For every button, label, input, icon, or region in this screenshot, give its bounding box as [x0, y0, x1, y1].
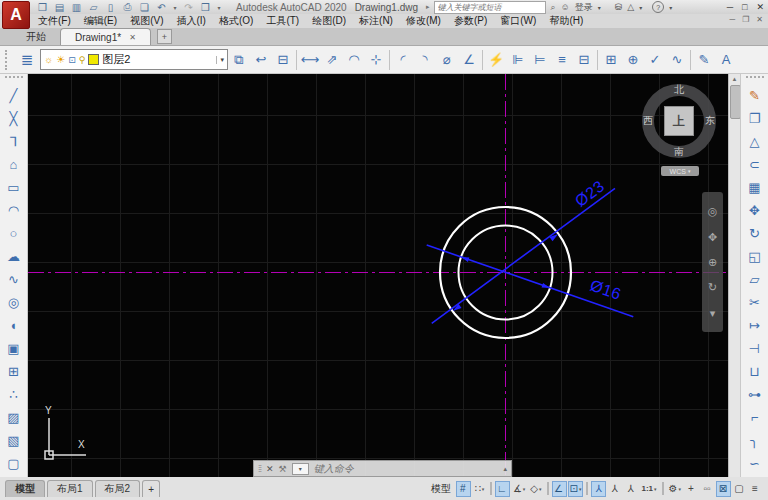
redo-icon[interactable]: ↷: [182, 1, 195, 13]
doc-close-button[interactable]: ✕: [756, 15, 763, 24]
login-caret-icon[interactable]: ▾: [598, 4, 601, 11]
vertical-scrollbar[interactable]: ▲: [728, 74, 740, 477]
workspace-gear-button[interactable]: ⚙▾: [667, 481, 683, 497]
dim-center-mark-button[interactable]: ⊕: [622, 48, 644, 72]
maximize-button[interactable]: □: [742, 2, 747, 12]
layer-dropdown[interactable]: ☼ ☀ ⊡ ⚲ 图层2 ▾: [40, 49, 228, 70]
menu-file[interactable]: 文件(F): [38, 14, 71, 28]
menu-parametric[interactable]: 参数(P): [454, 14, 487, 28]
menu-edit[interactable]: 编辑(E): [84, 14, 117, 28]
dim-angular-button[interactable]: ∠: [458, 48, 480, 72]
isodraft-toggle[interactable]: ◇▾: [528, 481, 543, 497]
status-toggle[interactable]: [490, 482, 492, 495]
circle-button[interactable]: ○: [2, 222, 26, 245]
hatch-button[interactable]: ▨: [2, 406, 26, 429]
viewcube-top-face[interactable]: 上: [664, 106, 694, 136]
point-button[interactable]: ∴: [2, 383, 26, 406]
menu-modify[interactable]: 修改(M): [406, 14, 441, 28]
minimize-button[interactable]: ─: [727, 2, 733, 12]
revcloud-button[interactable]: ☁: [2, 245, 26, 268]
move-button[interactable]: ✥: [743, 199, 767, 222]
dim-break-button[interactable]: ⊟: [573, 48, 595, 72]
undo-caret-icon[interactable]: ▾: [172, 1, 178, 13]
blend-button[interactable]: ∽: [743, 452, 767, 475]
start-tab[interactable]: 开始: [12, 29, 60, 45]
layout-tab-layout1[interactable]: 布局1: [47, 480, 93, 497]
login-label[interactable]: 登录: [575, 1, 593, 14]
polyline-button[interactable]: ⅂: [2, 130, 26, 153]
dim-edit-button[interactable]: ✎: [693, 48, 715, 72]
dim-linear-button[interactable]: ⟷: [299, 48, 321, 72]
arc-button[interactable]: ◠: [2, 199, 26, 222]
menu-help[interactable]: 帮助(H): [549, 14, 583, 28]
scroll-up-arrow-icon[interactable]: ▲: [729, 74, 740, 84]
dim-inspect-button[interactable]: ✓: [644, 48, 666, 72]
sheet-set-icon[interactable]: ▱: [87, 1, 100, 13]
layer-color-swatch[interactable]: [88, 54, 99, 65]
login-person-icon[interactable]: ☺: [561, 2, 570, 12]
apps-icon[interactable]: △: [627, 2, 634, 12]
annotation-autoscale-toggle[interactable]: ⅄: [607, 481, 622, 497]
line-button[interactable]: ╱: [2, 84, 26, 107]
orbit-icon[interactable]: ↻: [708, 281, 717, 293]
dim-text-edit-button[interactable]: A: [715, 48, 737, 72]
rotate-button[interactable]: ↻: [743, 222, 767, 245]
annotation-scale-button[interactable]: 1:1▾: [639, 481, 658, 497]
break-button[interactable]: ⊔: [743, 360, 767, 383]
dim-arc-length-button[interactable]: ◠: [343, 48, 365, 72]
command-close-icon[interactable]: ✕: [266, 464, 274, 474]
new-sheet-icon[interactable]: ❏: [138, 1, 151, 13]
dimension-tool-button[interactable]: [690, 50, 691, 70]
ellipse-button[interactable]: ◎: [2, 291, 26, 314]
doc-restore-button[interactable]: ❐: [742, 15, 749, 24]
menu-format[interactable]: 格式(O): [219, 14, 253, 28]
menu-view[interactable]: 视图(V): [130, 14, 163, 28]
status-toggle[interactable]: [586, 482, 588, 495]
snap-toggle[interactable]: ∷▾: [472, 481, 487, 497]
model-space-label[interactable]: 模型: [431, 482, 451, 496]
stretch-button[interactable]: ▱: [743, 268, 767, 291]
dim-diameter-button[interactable]: ⌀: [436, 48, 458, 72]
layer-on-bulb-icon[interactable]: ☼: [44, 54, 53, 65]
dim-jog-line-button[interactable]: ∿: [666, 48, 688, 72]
search-flyout-icon[interactable]: ▸: [426, 3, 430, 11]
ucs-icon[interactable]: Y X: [45, 405, 86, 459]
dim-spacing-button[interactable]: ≡: [551, 48, 573, 72]
plot-icon[interactable]: ⎙: [121, 1, 134, 13]
status-plus-button[interactable]: +: [684, 481, 699, 497]
command-line-bar[interactable]: ⁞⁞ ✕ ⚒ ▾ 键入命令 ▴: [253, 460, 512, 477]
chamfer-button[interactable]: ⌐: [743, 406, 767, 429]
command-grip[interactable]: ⁞⁞: [258, 464, 261, 474]
toolbar-grip[interactable]: [746, 76, 764, 82]
break-at-point-button[interactable]: ⊣: [743, 337, 767, 360]
layer-transparency-icon[interactable]: ⊡: [68, 55, 76, 65]
copy-button[interactable]: ❐: [743, 107, 767, 130]
polygon-button[interactable]: ⌂: [2, 153, 26, 176]
qat-overflow-icon[interactable]: ▾: [216, 1, 222, 13]
annotation-visibility-toggle[interactable]: ⅄: [591, 481, 606, 497]
status-toggle[interactable]: [662, 482, 664, 495]
array-button[interactable]: ▦: [743, 176, 767, 199]
construction-line-button[interactable]: ╳: [2, 107, 26, 130]
mirror-button[interactable]: △: [743, 130, 767, 153]
status-toggle[interactable]: [547, 482, 549, 495]
layer-freeze-sun-icon[interactable]: ☀: [56, 54, 65, 65]
viewcube-west[interactable]: 西: [643, 115, 653, 127]
extend-button[interactable]: ↦: [743, 314, 767, 337]
customization-button[interactable]: ≡: [748, 481, 763, 497]
viewcube-east[interactable]: 东: [705, 115, 715, 127]
spline-button[interactable]: ∿: [2, 268, 26, 291]
offset-button[interactable]: ⊂: [743, 153, 767, 176]
annotation-monitor-toggle[interactable]: ⅄: [623, 481, 638, 497]
selection-cycling-toggle[interactable]: ▫▫: [700, 481, 715, 497]
layer-properties-button[interactable]: ≣: [14, 48, 40, 72]
layout-tab-layout2[interactable]: 布局2: [95, 480, 141, 497]
navbar-caret-icon[interactable]: ▾: [710, 307, 716, 319]
menu-draw[interactable]: 绘图(D): [312, 14, 346, 28]
gradient-button[interactable]: ▧: [2, 429, 26, 452]
osnap-track-toggle[interactable]: ∠: [552, 481, 567, 497]
grid-toggle[interactable]: #: [456, 481, 471, 497]
pan-icon[interactable]: ✥: [708, 231, 717, 243]
viewcube-south[interactable]: 南: [674, 146, 684, 158]
mobile-device-icon[interactable]: ▯: [104, 1, 117, 13]
